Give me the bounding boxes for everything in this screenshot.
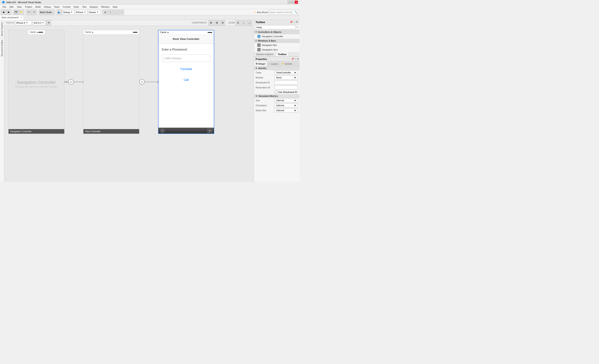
segue-line-bottom — [64, 82, 68, 83]
device-target-dropdown[interactable]: Device ▼ — [88, 10, 100, 15]
zoom-fit-button[interactable]: ⊡ — [235, 20, 240, 25]
batch-build-button[interactable]: Batch Build... — [39, 10, 54, 15]
constraint-btn2[interactable]: ⊞ — [214, 20, 219, 25]
storyboard-id-input[interactable] — [275, 81, 297, 84]
constraint-btn1[interactable]: ⊞ — [208, 20, 213, 25]
status-bar-value[interactable]: Inferred — [274, 109, 298, 112]
canvas-orient-button[interactable]: ⟲ — [46, 20, 51, 25]
minimize-button[interactable]: ─ — [288, 1, 291, 4]
step-out-button[interactable]: ↑ — [119, 10, 124, 15]
search-icon: 🔍 — [294, 11, 298, 14]
nav-controller-frame[interactable]: Carrier ▲ ■■■■ Navigation Controller Ctr… — [8, 30, 64, 134]
toolbox-search-input[interactable] — [255, 25, 296, 29]
status-bar-select[interactable]: Inferred — [275, 109, 297, 112]
toolbox-tab-btn[interactable]: Toolbox — [276, 52, 289, 56]
menu-build[interactable]: Build — [34, 5, 42, 9]
toolbox-item-nav-item[interactable]: □ Navigation Item — [254, 47, 300, 52]
quick-launch-search[interactable]: 🔍 — [269, 10, 299, 15]
toolbox-item-nav-bar[interactable]: □ Navigation Bar — [254, 43, 300, 47]
menu-file[interactable]: File — [1, 5, 8, 9]
menu-analyze[interactable]: Analyze — [88, 5, 99, 9]
class-value[interactable]: ViewController — [274, 71, 298, 74]
class-select[interactable]: ViewController — [275, 71, 297, 74]
events-tab[interactable]: ⚡ Events — [280, 61, 294, 66]
rvc-footer-btn[interactable]: ⊞ — [208, 128, 212, 133]
dropdown-arrow: ▼ — [71, 11, 72, 13]
sim-metrics-expand-icon: ▼ — [255, 95, 257, 97]
properties-close-btn[interactable]: ✕ — [297, 58, 299, 60]
menu-debug[interactable]: Debug — [42, 5, 52, 9]
pause-button[interactable]: ⏸ — [103, 10, 108, 15]
device-dropdown[interactable]: iPhone ▼ — [75, 10, 88, 15]
back-button[interactable]: ◀ — [1, 10, 6, 15]
zoom-in-button[interactable]: + — [241, 20, 246, 25]
vc-carrier: Carrier ▲ — [85, 31, 94, 33]
solution-explorer-tab[interactable]: Solution Explorer — [254, 52, 276, 56]
forward-button[interactable]: ▶ — [6, 10, 11, 15]
menu-window[interactable]: Window — [99, 5, 111, 9]
right-panel: Toolbox 📌 ─ ✕ ✕ ▼ Controllers & Objects … — [254, 20, 300, 182]
server-explorer-tab[interactable]: Server Explorer — [0, 20, 4, 38]
iphone-version-dropdown[interactable]: iPhone 6 ▼ — [15, 21, 32, 25]
save-button[interactable]: 💾 — [14, 10, 18, 15]
zoom-out-button[interactable]: □ — [247, 20, 252, 25]
menubar: File Edit View Project Build Debug Team … — [0, 5, 300, 9]
layout-tab[interactable]: ─ Layout — [267, 61, 280, 66]
menu-test[interactable]: Test — [80, 5, 88, 9]
module-value[interactable]: None — [274, 76, 298, 79]
size-select[interactable]: Inferred — [275, 99, 297, 102]
segue-arrow-2: ⊞ — [139, 79, 158, 85]
separator3 — [38, 10, 38, 14]
orientation-select[interactable]: Inferred — [275, 104, 297, 107]
restoration-id-input[interactable] — [275, 86, 297, 89]
main-storyboard-tab[interactable]: Main.storyboard* ✕ — [0, 15, 24, 20]
restoration-id-value[interactable] — [274, 86, 298, 89]
storyboard-id-value[interactable] — [274, 81, 298, 84]
properties-title: Properties — [255, 58, 268, 60]
properties-min-btn[interactable]: ─ — [295, 58, 296, 60]
document-outline-tab[interactable]: Document Outline — [0, 38, 4, 58]
orientation-value[interactable]: Inferred — [274, 104, 298, 107]
rvc-phoneword-input[interactable]: 1-855-Xamarin — [162, 54, 211, 62]
segue-circle-2[interactable]: ⊞ — [139, 79, 145, 85]
canvas-area[interactable]: VIEW AS iPhone 6 ▼ iOS 9.2 ▼ ⟲ CONSTRAIN… — [4, 20, 254, 182]
rvc-call-button[interactable]: Call — [162, 76, 211, 84]
debug-config-dropdown[interactable]: Debug ▼ — [62, 10, 75, 15]
constraint-btn3[interactable]: ⊟ — [220, 20, 225, 25]
ios-version-dropdown[interactable]: iOS 9.2 ▼ — [33, 21, 45, 25]
menu-edit[interactable]: Edit — [8, 5, 15, 9]
menu-help[interactable]: Help — [111, 5, 119, 9]
toolbox-minimize-button[interactable]: ─ — [293, 21, 295, 24]
restore-button[interactable]: □ — [291, 1, 294, 4]
toolbox-item-nav-controller[interactable]: ○ Navigation Controller — [254, 34, 300, 39]
rvc-translate-button[interactable]: Translate — [162, 65, 211, 73]
windows-bars-header[interactable]: ▼ Windows & Bars — [254, 39, 300, 43]
widget-tab[interactable]: ⊞ Widget — [254, 61, 267, 66]
properties-pin-btn[interactable]: 📌 — [291, 58, 294, 60]
status-bar-label: Status Bar — [255, 109, 274, 112]
quick-launch-input[interactable] — [270, 11, 294, 14]
menu-format[interactable]: Format — [61, 5, 72, 9]
run-button[interactable]: ▶ — [57, 10, 62, 15]
view-controller-frame[interactable]: Carrier ▲ ■■■■ View Controller — [83, 30, 139, 134]
menu-tools[interactable]: Tools — [72, 5, 80, 9]
toolbox-close-button[interactable]: ✕ — [296, 21, 298, 24]
controllers-objects-header[interactable]: ▼ Controllers & Objects — [254, 30, 300, 34]
redo-button[interactable]: ↪ — [32, 10, 37, 15]
menu-project[interactable]: Project — [23, 5, 34, 9]
tab-close-button[interactable]: ✕ — [20, 17, 22, 19]
toolbox-pin-button[interactable]: 📌 — [290, 21, 293, 24]
module-select[interactable]: None — [275, 76, 297, 79]
menu-team[interactable]: Team — [53, 5, 61, 9]
open-button[interactable]: 📁 — [19, 10, 24, 15]
step-over-button[interactable]: ⤵ — [108, 10, 113, 15]
undo-button[interactable]: ↩ — [26, 10, 31, 15]
size-value[interactable]: Inferred — [274, 99, 298, 102]
use-storyboard-id-checkbox[interactable] — [275, 91, 277, 93]
toolbox-search-clear[interactable]: ✕ — [296, 26, 298, 28]
close-button[interactable]: ✕ — [295, 1, 298, 4]
root-vc-frame[interactable]: Carrier ▲ ■■■■ Root View Controller Ente… — [158, 30, 214, 134]
segue-circle-1[interactable]: ⊞ — [68, 79, 74, 85]
step-into-button[interactable]: ↓ — [114, 10, 119, 15]
menu-view[interactable]: View — [15, 5, 24, 9]
